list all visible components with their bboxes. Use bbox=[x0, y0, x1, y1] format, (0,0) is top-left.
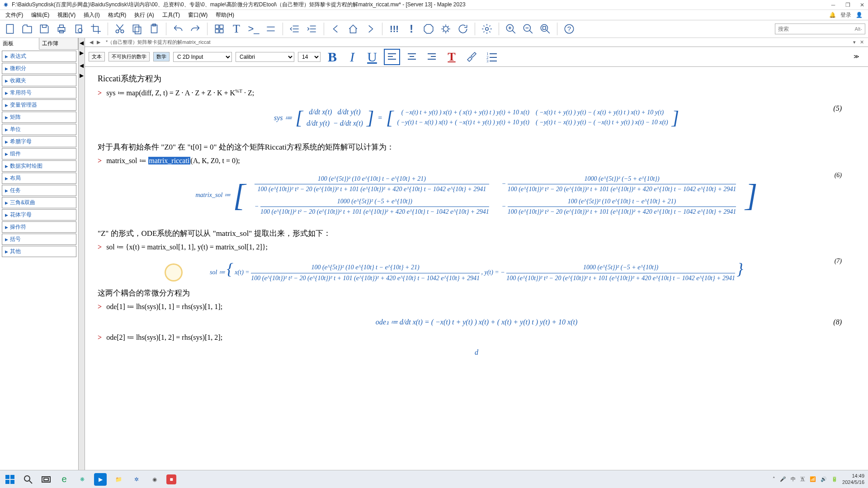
menu-window[interactable]: 窗口(W) bbox=[184, 10, 211, 20]
edge-icon[interactable]: e bbox=[58, 473, 71, 486]
palette-item[interactable]: ▶常用符号 bbox=[2, 87, 76, 99]
new-doc-icon[interactable] bbox=[3, 22, 17, 36]
mode-math-button[interactable]: 数学 bbox=[153, 52, 170, 61]
undo-icon[interactable] bbox=[171, 22, 185, 36]
underline-button[interactable]: U bbox=[364, 49, 380, 65]
input-sol[interactable]: > sol ≔ {x(t) = matrix_sol[1, 1], y(t) =… bbox=[98, 241, 855, 253]
ime-cn-icon[interactable]: 中 bbox=[791, 476, 796, 483]
tab-menu-icon[interactable]: ▾ bbox=[851, 39, 858, 45]
tab-close-icon[interactable]: ✕ bbox=[858, 39, 865, 45]
battery-icon[interactable]: 🔋 bbox=[831, 476, 838, 482]
palette-item[interactable]: ▶矩阵 bbox=[2, 112, 76, 123]
debug-icon[interactable] bbox=[439, 22, 453, 36]
grid-icon[interactable] bbox=[212, 22, 226, 36]
align-center-button[interactable] bbox=[404, 49, 420, 65]
home-icon[interactable] bbox=[346, 22, 360, 36]
cut-icon[interactable] bbox=[113, 22, 127, 36]
paste-icon[interactable] bbox=[147, 22, 161, 36]
palette-item[interactable]: ▶花体字母 bbox=[2, 209, 76, 221]
palette-item[interactable]: ▶其他 bbox=[2, 246, 76, 257]
tab-next-icon[interactable]: ▶ bbox=[95, 39, 102, 45]
zoom-out-icon[interactable] bbox=[521, 22, 535, 36]
system-clock[interactable]: 14:49 2024/5/16 bbox=[842, 473, 864, 485]
app-icon-2[interactable]: ▶ bbox=[94, 473, 107, 486]
palette-item[interactable]: ▶数据实时绘图 bbox=[2, 160, 76, 172]
app-icon-1[interactable]: ❋ bbox=[76, 473, 89, 486]
palette-item[interactable]: ▶表达式 bbox=[2, 51, 76, 62]
bold-button[interactable]: B bbox=[324, 49, 340, 65]
exec-all-icon[interactable]: !!! bbox=[387, 22, 401, 36]
prompt-icon[interactable]: >_ bbox=[246, 22, 261, 36]
menu-help[interactable]: 帮助(H) bbox=[212, 10, 238, 20]
highlight-button[interactable] bbox=[463, 49, 480, 65]
sidetab-panel[interactable]: 面板 bbox=[0, 38, 39, 50]
italic-button[interactable]: I bbox=[344, 49, 360, 65]
copy-icon[interactable] bbox=[130, 22, 144, 36]
crop-icon[interactable] bbox=[89, 22, 103, 36]
ime-mode-icon[interactable]: 五 bbox=[800, 476, 805, 483]
stop-icon[interactable] bbox=[421, 22, 436, 36]
expand-toolbar-icon[interactable]: ≫ bbox=[848, 49, 864, 65]
zoom-fit-icon[interactable] bbox=[538, 22, 552, 36]
font-color-button[interactable]: T bbox=[443, 49, 460, 65]
bell-icon[interactable]: 🔔 bbox=[829, 12, 836, 18]
menu-edit[interactable]: 编辑(E) bbox=[28, 10, 53, 20]
print-preview-icon[interactable] bbox=[71, 22, 86, 36]
palette-item[interactable]: ▶三角&双曲 bbox=[2, 197, 76, 208]
login-link[interactable]: 登录 bbox=[840, 11, 851, 19]
exec-icon[interactable]: ! bbox=[404, 22, 419, 36]
align-right-button[interactable] bbox=[424, 49, 440, 65]
taskview-icon[interactable] bbox=[40, 473, 52, 486]
app-icon-4[interactable]: ■ bbox=[166, 474, 176, 484]
palette-item[interactable]: ▶微积分 bbox=[2, 63, 76, 74]
mode-text-button[interactable]: 文本 bbox=[89, 52, 105, 61]
mode-nonexec-button[interactable]: 不可执行的数学 bbox=[108, 52, 150, 61]
worksheet-content[interactable]: Riccati系统方程为 > sys ≔ map(diff, Z, t) = Z… bbox=[85, 67, 868, 470]
menu-tools[interactable]: 工具(T) bbox=[159, 10, 184, 20]
palette-item[interactable]: ▶单位 bbox=[2, 124, 76, 135]
explorer-icon[interactable]: 📁 bbox=[112, 473, 125, 486]
mic-icon[interactable]: 🎤 bbox=[780, 476, 786, 482]
align-left-button[interactable] bbox=[384, 49, 400, 65]
search-box[interactable]: Alt- bbox=[775, 23, 865, 34]
minimize-button[interactable]: ─ bbox=[830, 2, 836, 8]
indent-right-icon[interactable] bbox=[305, 22, 319, 36]
gear-icon[interactable] bbox=[480, 22, 494, 36]
palette-item[interactable]: ▶希腊字母 bbox=[2, 136, 76, 147]
search-input[interactable] bbox=[778, 26, 855, 32]
font-select[interactable]: Calibri bbox=[236, 52, 294, 62]
zoom-in-icon[interactable] bbox=[504, 22, 518, 36]
input-ode2[interactable]: > ode[2] ≔ lhs(sys)[1, 2] = rhs(sys)[1, … bbox=[98, 332, 855, 343]
print-icon[interactable] bbox=[54, 22, 69, 36]
input-sys[interactable]: > sys ≔ map(diff, Z, t) = Z · A · Z + Z … bbox=[98, 87, 855, 99]
palette-item[interactable]: ▶组件 bbox=[2, 148, 76, 160]
font-size-select[interactable]: 14 bbox=[298, 52, 321, 62]
wifi-icon[interactable]: 📶 bbox=[810, 476, 816, 482]
menu-format[interactable]: 格式(R) bbox=[104, 10, 130, 20]
palette-item[interactable]: ▶布局 bbox=[2, 173, 76, 184]
palette-item[interactable]: ▶任务 bbox=[2, 185, 76, 196]
sidetab-workbook[interactable]: 工作簿 bbox=[39, 38, 79, 49]
list-button[interactable]: 123 bbox=[483, 49, 500, 65]
input-mode-select[interactable]: C 2D Input bbox=[173, 52, 232, 62]
app-icon-3[interactable]: ◉ bbox=[148, 473, 161, 486]
chevron-up-icon[interactable]: ˄ bbox=[773, 476, 775, 482]
save-icon[interactable] bbox=[37, 22, 52, 36]
help-icon[interactable]: ? bbox=[562, 22, 576, 36]
user-icon[interactable]: 👤 bbox=[856, 12, 863, 18]
close-button[interactable]: ✕ bbox=[859, 2, 865, 8]
collapse-handle[interactable]: ◀ ▶ ◀ ▶ bbox=[79, 38, 85, 470]
menu-view[interactable]: 视图(V) bbox=[54, 10, 79, 20]
palette-item[interactable]: ▶括号 bbox=[2, 234, 76, 245]
text-T-icon[interactable]: T bbox=[229, 22, 244, 36]
maximize-button[interactable]: ❐ bbox=[844, 2, 851, 8]
document-tab[interactable]: *（自己整理）矩阵黎卡提方程的解matrix_riccat bbox=[106, 39, 211, 46]
restart-icon[interactable] bbox=[456, 22, 470, 36]
back-icon[interactable] bbox=[329, 22, 343, 36]
indent-left-icon[interactable] bbox=[288, 22, 302, 36]
menu-insert[interactable]: 插入(I) bbox=[80, 10, 103, 20]
start-button[interactable] bbox=[4, 473, 16, 486]
palette-item[interactable]: ▶收藏夹 bbox=[2, 75, 76, 86]
menu-file[interactable]: 文件(F) bbox=[2, 10, 27, 20]
input-ode1[interactable]: > ode[1] ≔ lhs(sys)[1, 1] = rhs(sys)[1, … bbox=[98, 301, 855, 313]
